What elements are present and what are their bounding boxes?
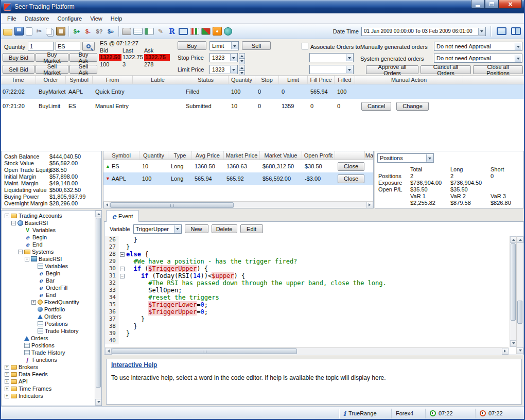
scroll-up-icon[interactable] xyxy=(517,236,523,243)
symbol-input[interactable] xyxy=(56,42,80,51)
scrollbar-thumb[interactable] xyxy=(511,243,516,321)
plus-expander-icon[interactable]: + xyxy=(5,387,9,391)
scroll-left-icon[interactable] xyxy=(105,348,112,355)
code-vscrollbar[interactable] xyxy=(510,236,516,347)
close-button[interactable] xyxy=(499,0,522,9)
spin-up-icon[interactable] xyxy=(239,53,245,59)
order-row[interactable]: 07:21:20BuyLimitESManual EntrySubmitted1… xyxy=(0,99,525,113)
minus-expander-icon[interactable]: − xyxy=(18,250,23,254)
scrollbar-thumb[interactable] xyxy=(110,202,234,208)
quotes-icon[interactable] xyxy=(133,28,143,35)
stop-price-stepper[interactable] xyxy=(239,53,245,62)
close-all-positions-button[interactable]: Close all Positions xyxy=(473,65,523,74)
save-icon[interactable] xyxy=(14,27,24,36)
tree-item-api[interactable]: +API xyxy=(3,378,93,385)
tree-item-fixedquantity[interactable]: +FixedQuantity xyxy=(3,299,93,306)
tree-item-functions[interactable]: Functions xyxy=(3,356,93,363)
close-position-button[interactable]: Close xyxy=(338,162,364,171)
scrollbar-thumb[interactable] xyxy=(112,348,297,354)
plus-expander-icon[interactable]: + xyxy=(5,372,9,377)
buy-button[interactable]: Buy xyxy=(178,41,206,50)
layout-split-icon[interactable] xyxy=(511,27,521,35)
tree-item-variables[interactable]: Variables xyxy=(3,226,93,234)
position-row[interactable]: ▲ES10Long1360.501360.63$680,312.50$38.50… xyxy=(103,160,373,172)
paste-icon[interactable] xyxy=(56,27,65,36)
scroll-down-icon[interactable] xyxy=(95,399,102,406)
date-time-select[interactable]: 01 Jan 2009 00:00:00 To 03 Feb 2009 06:0… xyxy=(361,27,486,36)
maximize-button[interactable] xyxy=(485,0,499,9)
associate-select-1[interactable] xyxy=(309,53,354,62)
tree-item-systems[interactable]: −Systems xyxy=(3,248,93,255)
tab-event[interactable]: Event xyxy=(106,210,139,222)
edit-variable-button[interactable]: Edit xyxy=(240,224,263,233)
tree-item-time-frames[interactable]: +Time Frames xyxy=(3,385,93,392)
fold-collapse-icon[interactable]: − xyxy=(120,274,125,278)
scroll-right-icon[interactable] xyxy=(502,348,509,355)
change-order-button[interactable]: Change xyxy=(396,102,429,111)
tree-item-end[interactable]: End xyxy=(3,291,93,299)
orders-grid-icon[interactable] xyxy=(145,28,154,35)
menu-view[interactable]: View xyxy=(86,14,107,23)
associate-orders-checkbox[interactable] xyxy=(302,43,308,49)
sell-ask-button[interactable]: Sell Ask xyxy=(69,65,97,74)
open-icon[interactable] xyxy=(3,29,12,36)
tree-item-data-feeds[interactable]: +Data Feeds xyxy=(3,371,93,378)
sell-bid-button[interactable]: Sell Bid xyxy=(3,65,34,74)
cash-query-icon[interactable] xyxy=(95,27,104,36)
buy-bid-button[interactable]: Buy Bid xyxy=(3,53,34,62)
stop-price-select[interactable]: 1323 xyxy=(209,53,238,62)
positions-hscrollbar[interactable] xyxy=(103,201,373,208)
summary-view-select[interactable]: Positions xyxy=(377,153,434,163)
manual-orders-select[interactable]: Do not need Approval xyxy=(434,42,522,51)
rss-icon[interactable] xyxy=(213,27,222,36)
plus-expander-icon[interactable]: + xyxy=(31,300,36,305)
variable-select[interactable]: TriggerUpper xyxy=(133,224,182,234)
minimize-button[interactable] xyxy=(471,0,485,9)
menu-datastore[interactable]: Datastore xyxy=(21,14,54,23)
new-icon[interactable] xyxy=(26,27,32,36)
tree-item-trade-history[interactable]: Trade History xyxy=(3,327,93,335)
sell-market-button[interactable]: Sell Market xyxy=(36,65,68,74)
tree-item-indicators[interactable]: +Indicators xyxy=(3,392,93,399)
edit-icon[interactable] xyxy=(156,27,165,36)
spin-down-icon[interactable] xyxy=(239,59,245,64)
datastore-icon[interactable] xyxy=(122,28,131,35)
workspace-icon[interactable] xyxy=(179,28,188,35)
cash-deposit-icon[interactable] xyxy=(72,27,81,36)
copy-icon[interactable] xyxy=(46,28,52,35)
tree-scrollbar[interactable] xyxy=(95,211,101,406)
position-row[interactable]: ▼AAPL100Long565.94565.92$56,592.00-$3.00… xyxy=(103,172,373,185)
minus-expander-icon[interactable]: − xyxy=(11,221,16,225)
approve-all-orders-button[interactable]: Approve all Orders xyxy=(366,65,418,74)
fold-collapse-icon[interactable]: − xyxy=(120,252,125,257)
order-type-select[interactable]: Limit xyxy=(209,41,239,50)
associate-select-2[interactable] xyxy=(309,65,354,74)
buy-ask-button[interactable]: Buy Ask xyxy=(69,53,97,62)
tree-item-brokers[interactable]: +Brokers xyxy=(3,363,93,371)
minus-expander-icon[interactable]: − xyxy=(25,257,29,261)
code-area[interactable]: 26 }27}28−else {29 #We have a position -… xyxy=(105,236,509,347)
market-icon[interactable] xyxy=(201,28,211,35)
menu-help[interactable]: Help xyxy=(107,14,127,23)
tree-item-basicrsi[interactable]: −BasicRSI xyxy=(3,219,93,226)
plus-expander-icon[interactable]: + xyxy=(5,379,9,384)
tree-item-trading-accounts[interactable]: −Trading Accounts xyxy=(3,212,93,219)
spin-up-icon[interactable] xyxy=(239,65,245,71)
scrollbar-thumb[interactable] xyxy=(517,301,522,324)
editor-outer-scrollbar[interactable] xyxy=(516,236,523,354)
tree-item-begin[interactable]: Begin xyxy=(3,270,93,277)
plus-expander-icon[interactable]: + xyxy=(5,394,9,398)
quantity-input[interactable] xyxy=(28,42,54,51)
scroll-right-icon[interactable] xyxy=(366,202,373,208)
tree-item-orders[interactable]: Orders xyxy=(3,335,93,342)
scroll-left-icon[interactable] xyxy=(103,202,110,208)
tree-item-basicrsi[interactable]: −BasicRSI xyxy=(3,255,93,262)
sell-button[interactable]: Sell xyxy=(242,41,271,50)
tree-item-bar[interactable]: Bar xyxy=(3,277,93,284)
scrollbar-thumb[interactable] xyxy=(96,218,101,388)
tree-item-orders[interactable]: Orders xyxy=(3,313,93,320)
cut-icon[interactable] xyxy=(34,27,44,36)
buy-market-button[interactable]: Buy Market xyxy=(36,53,68,62)
minus-expander-icon[interactable]: − xyxy=(5,214,9,218)
delete-variable-button[interactable]: Delete xyxy=(212,224,237,233)
